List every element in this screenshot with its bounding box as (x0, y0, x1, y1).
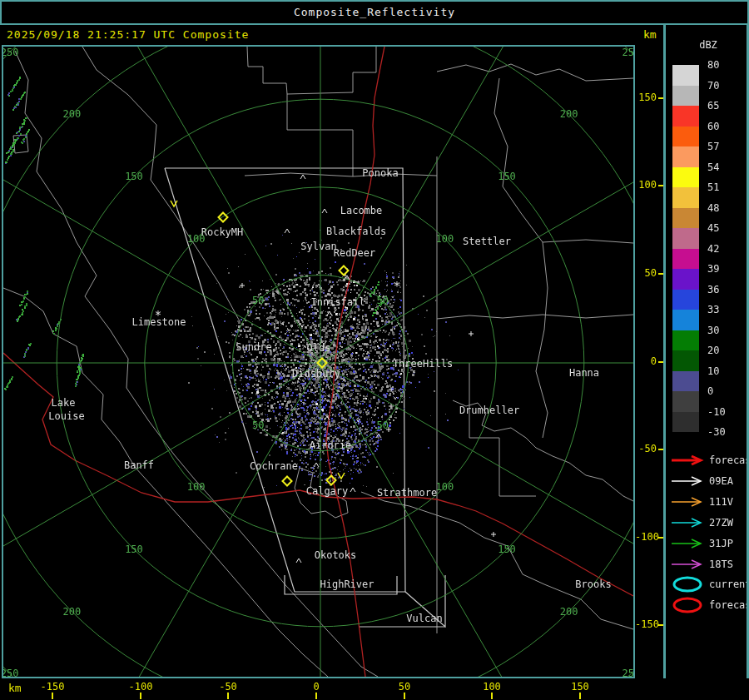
caret-marker (350, 488, 355, 492)
radar-map-viewport[interactable]: 5050505010010010010015015015015020020020… (2, 45, 635, 678)
city-label: Didsbury (292, 368, 340, 380)
city-label: Brooks (575, 578, 611, 590)
colorbar-swatch (672, 412, 699, 433)
caret-marker (285, 229, 290, 233)
colorbar-swatch (672, 146, 699, 167)
right-axis-label: 0 (635, 355, 657, 367)
right-axis-label: -100 (635, 531, 657, 543)
radar-site-diamond-marker (283, 477, 292, 486)
colorbar-swatch (672, 391, 699, 412)
city-label: Lake (52, 397, 76, 409)
colorbar-label: -10 (707, 406, 741, 418)
bottom-axis-tick (404, 693, 405, 699)
bottom-axis-label: 0 (291, 681, 341, 693)
colorbar-label: 36 (707, 284, 741, 295)
colorbar-label: 10 (707, 365, 741, 377)
right-axis-label: 150 (635, 92, 657, 103)
legend-ellipse-icon (670, 596, 707, 618)
v-marker (338, 473, 345, 479)
city-label: Stettler (463, 236, 511, 247)
city-label: Drumheller (459, 405, 519, 416)
ring-distance-label: 250 (3, 47, 18, 58)
radar-site-diamond-marker (327, 476, 336, 485)
legend-label: 31JP (709, 538, 733, 549)
city-label: ThreeHills (393, 358, 453, 370)
window-title: Composite_Reflectivity (294, 6, 455, 18)
ring-distance-label: 250 (623, 668, 633, 677)
bottom-axis-unit-label: km (8, 682, 22, 694)
ring-distance-label: 100 (435, 233, 454, 245)
bottom-axis-tick (52, 693, 53, 699)
city-label: RedDeer (334, 247, 376, 259)
ring-distance-label: 200 (62, 108, 81, 120)
bottom-axis-label: 50 (379, 681, 429, 693)
city-label: Innisfail (310, 296, 365, 308)
bottom-axis-tick (579, 693, 581, 699)
colorbar-swatch (672, 228, 699, 249)
legend-arrow-icon (670, 474, 707, 491)
ring-distance-label: 250 (3, 668, 18, 677)
colorbar-swatch (672, 127, 699, 147)
colorbar-label: 60 (707, 121, 741, 132)
right-axis-label: -50 (635, 443, 657, 454)
right-axis-label: 100 (635, 179, 657, 191)
legend-label: 27ZW (709, 517, 733, 529)
bottom-axis-label: 150 (555, 681, 605, 693)
colorbar-title: dBZ (696, 39, 721, 51)
bottom-axis-label: -50 (203, 681, 253, 693)
colorbar-label: 39 (707, 263, 741, 275)
ring-distance-label: 150 (125, 544, 143, 555)
header-row: 2025/09/18 21:25:17 UTC Composite km (0, 25, 749, 45)
legend-arrow-icon (670, 454, 707, 470)
bottom-axis-label: 100 (467, 681, 517, 693)
legend-ellipse-icon (670, 575, 707, 597)
city-label: Sylvan (300, 241, 336, 252)
colorbar-swatch (672, 65, 699, 86)
colorbar-label: 45 (707, 222, 741, 234)
legend-label: 111V (709, 496, 733, 508)
city-label: Blackfalds (326, 226, 386, 237)
ring-distance-label: 150 (125, 171, 143, 182)
caret-marker (300, 175, 305, 179)
right-axis-unit-label: km (643, 28, 657, 41)
caret-marker (327, 311, 332, 315)
v-marker (171, 201, 177, 206)
bottom-axis-tick (491, 693, 493, 699)
caret-marker (314, 463, 319, 467)
colorbar-label: -30 (707, 426, 741, 438)
city-label: Airdrie (310, 439, 352, 451)
colorbar-label: 30 (707, 325, 741, 336)
colorbar-label: 70 (707, 80, 741, 92)
legend-label: current (709, 578, 749, 590)
colorbar-swatch (672, 290, 699, 310)
radar-app-window: Composite_Reflectivity 2025/09/18 21:25:… (0, 0, 749, 700)
city-label: Calgary (306, 485, 349, 497)
range-ring-overlay-layer: 5050505010010010010015015015015020020020… (3, 47, 633, 677)
right-axis-label: 50 (635, 267, 657, 279)
city-label: Cochrane (250, 460, 298, 472)
ring-distance-label: 150 (498, 544, 516, 555)
city-label: Ponoka (362, 167, 398, 179)
colorbar-label: 57 (707, 141, 741, 152)
colorbar-label: 54 (707, 161, 741, 173)
colorbar-label: 0 (707, 385, 741, 397)
legend-arrow-icon (670, 516, 707, 533)
ring-distance-label: 100 (435, 481, 454, 493)
city-label: Strathmore (377, 487, 437, 499)
ring-distance-label: 100 (187, 481, 206, 493)
highway-line (3, 353, 326, 502)
bottom-axis-label: -100 (116, 681, 166, 693)
legend-label: 09EA (709, 475, 733, 487)
caret-marker (322, 209, 327, 213)
legend-label: 18TS (709, 559, 733, 570)
ring-distance-label: 250 (623, 47, 633, 58)
colorbar-swatch (672, 106, 699, 127)
caret-marker (376, 434, 381, 438)
city-label: RockyMH (201, 226, 244, 238)
city-label: Hanna (569, 367, 599, 379)
caret-marker (296, 559, 301, 563)
city-label: Lacombe (340, 205, 383, 216)
legend-arrow-icon (670, 558, 707, 574)
colorbar-label: 80 (707, 59, 741, 71)
bottom-axis-tick (227, 693, 229, 699)
